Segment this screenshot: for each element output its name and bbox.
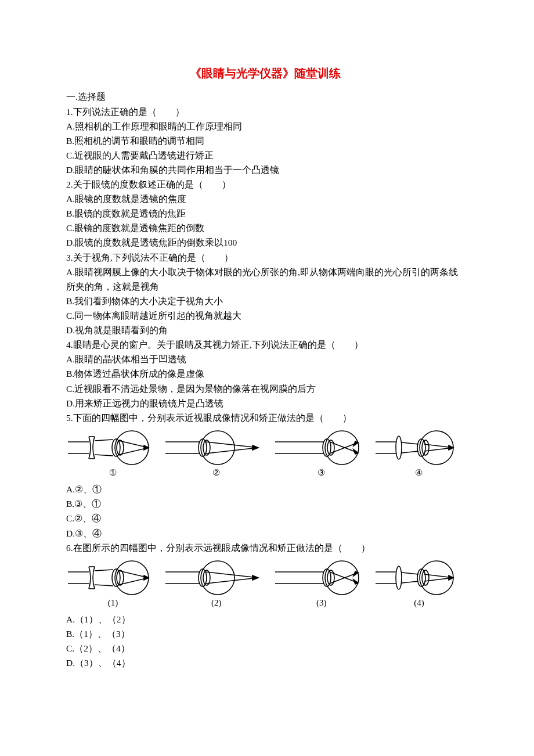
svg-point-76 bbox=[396, 566, 402, 589]
q1-option-d: D.眼睛的睫状体和角膜的共同作用相当于一个凸透镜 bbox=[66, 163, 464, 177]
eye-diagram-2-icon bbox=[165, 430, 267, 466]
q5-label-1: ① bbox=[68, 466, 158, 480]
q6-stem: 6.在图所示的四幅图中，分别表示远视眼成像情况和矫正做法的是（ ） bbox=[66, 541, 464, 555]
q5-label-2: ② bbox=[165, 466, 267, 480]
q6-label-1: (1) bbox=[68, 596, 158, 610]
svg-marker-72 bbox=[353, 571, 358, 576]
svg-point-32 bbox=[417, 439, 425, 456]
svg-line-50 bbox=[95, 585, 113, 586]
q6-label-2: (2) bbox=[165, 596, 267, 610]
q2-option-d: D.眼镜的度数就是透镜焦距的倒数乘以100 bbox=[66, 235, 464, 250]
svg-line-26 bbox=[330, 448, 345, 453]
q6-option-b: B.（1）、（3） bbox=[66, 627, 464, 641]
eye-diagram-7-icon bbox=[275, 560, 368, 596]
q4-option-a: A.眼睛的晶状体相当于凹透镜 bbox=[66, 352, 464, 366]
q4-option-d: D.用来矫正远视力的眼镜镜片是凸透镜 bbox=[66, 396, 464, 411]
q1-option-b: B.照相机的调节和眼睛的调节相同 bbox=[66, 134, 464, 148]
q2-option-c: C.眼镜的度数就是透镜焦距的倒数 bbox=[66, 221, 464, 235]
q5-diagrams: ① ② bbox=[66, 430, 464, 480]
svg-point-12 bbox=[201, 431, 234, 465]
svg-marker-53 bbox=[144, 575, 149, 580]
svg-line-68 bbox=[330, 578, 345, 584]
q2-stem: 2.关于眼镜的度数叙述正确的是（ ） bbox=[66, 177, 464, 192]
eye-diagram-4-icon bbox=[376, 430, 463, 466]
svg-marker-30 bbox=[353, 441, 358, 446]
q5-option-d: D.③、④ bbox=[66, 526, 464, 541]
svg-line-49 bbox=[95, 570, 113, 571]
q3-stem: 3.关于视角,下列说法不正确的是（ ） bbox=[66, 250, 464, 265]
q3-option-c: C.同一物体离眼睛越近所引起的视角就越大 bbox=[66, 308, 464, 323]
q5-option-b: B.③、① bbox=[66, 496, 464, 511]
q1-option-a: A.照相机的工作原理和眼睛的工作原理相同 bbox=[66, 119, 464, 134]
q5-label-3: ③ bbox=[275, 466, 368, 480]
q1-option-c: C.近视眼的人需要戴凸透镜进行矫正 bbox=[66, 148, 464, 163]
q6-label-3: (3) bbox=[275, 596, 368, 610]
svg-marker-11 bbox=[144, 445, 149, 450]
svg-line-59 bbox=[206, 572, 258, 578]
svg-marker-41 bbox=[449, 445, 453, 450]
eye-diagram-3-icon bbox=[275, 430, 368, 466]
svg-line-38 bbox=[402, 451, 418, 453]
svg-line-18 bbox=[206, 448, 258, 453]
svg-point-20 bbox=[325, 431, 359, 465]
q5-option-a: A.②、① bbox=[66, 482, 464, 496]
q6-diagrams: (1) (2) bbox=[66, 560, 464, 610]
q1-stem: 1.下列说法正确的是（ ） bbox=[66, 105, 464, 119]
q6-option-a: A.（1）、（2） bbox=[66, 612, 464, 627]
q4-stem: 4.眼睛是心灵的窗户。关于眼睛及其视力矫正,下列说法正确的是（ ） bbox=[66, 337, 464, 352]
q2-option-b: B.眼镜的度数就是透镜的焦距 bbox=[66, 206, 464, 221]
eye-diagram-5-icon bbox=[68, 560, 158, 596]
q2-option-a: A.眼镜的度数就是透镜的焦度 bbox=[66, 192, 464, 206]
svg-line-37 bbox=[402, 442, 418, 444]
svg-point-21 bbox=[323, 439, 331, 456]
svg-marker-71 bbox=[353, 579, 358, 584]
svg-line-79 bbox=[402, 573, 418, 574]
svg-point-63 bbox=[323, 569, 331, 586]
svg-marker-61 bbox=[252, 575, 258, 580]
page-title: 《眼睛与光学仪器》随堂训练 bbox=[66, 64, 464, 82]
eye-diagram-1-icon bbox=[68, 430, 158, 466]
q6-label-4: (4) bbox=[376, 596, 463, 610]
q4-option-b: B.物体透过晶状体所成的像是虚像 bbox=[66, 366, 464, 381]
section-heading: 一.选择题 bbox=[66, 89, 464, 104]
svg-point-54 bbox=[201, 561, 234, 595]
q5-option-c: C.②、④ bbox=[66, 511, 464, 525]
q4-option-c: C.近视眼看不清远处景物，是因为景物的像落在视网膜的后方 bbox=[66, 381, 464, 396]
svg-line-25 bbox=[330, 442, 345, 448]
eye-diagram-8-icon bbox=[376, 560, 463, 596]
q6-option-d: D.（3）、（4） bbox=[66, 656, 464, 670]
svg-line-7 bbox=[95, 440, 113, 441]
q3-option-d: D.视角就是眼睛看到的角 bbox=[66, 323, 464, 337]
q5-label-4: ④ bbox=[376, 466, 463, 480]
q5-stem: 5.下面的四幅图中，分别表示近视眼成像情况和矫正做法的是（ ） bbox=[66, 411, 464, 425]
q6-option-c: C.（2）、（4） bbox=[66, 641, 464, 656]
svg-line-8 bbox=[95, 455, 113, 456]
svg-marker-19 bbox=[252, 445, 258, 450]
svg-marker-29 bbox=[353, 449, 358, 454]
q3-option-b: B.我们看到物体的大小决定于视角大小 bbox=[66, 294, 464, 308]
svg-line-60 bbox=[206, 578, 258, 584]
svg-line-80 bbox=[402, 581, 418, 583]
svg-marker-83 bbox=[449, 575, 453, 580]
q3-option-a: A.眼睛视网膜上像的大小取决于物体对眼的光心所张的角,即从物体两端向眼的光心所引… bbox=[66, 265, 464, 294]
svg-point-34 bbox=[396, 436, 402, 459]
svg-point-62 bbox=[325, 561, 359, 595]
svg-line-67 bbox=[330, 572, 345, 578]
svg-line-17 bbox=[206, 442, 258, 448]
eye-diagram-6-icon bbox=[165, 560, 267, 596]
svg-point-74 bbox=[417, 569, 425, 586]
